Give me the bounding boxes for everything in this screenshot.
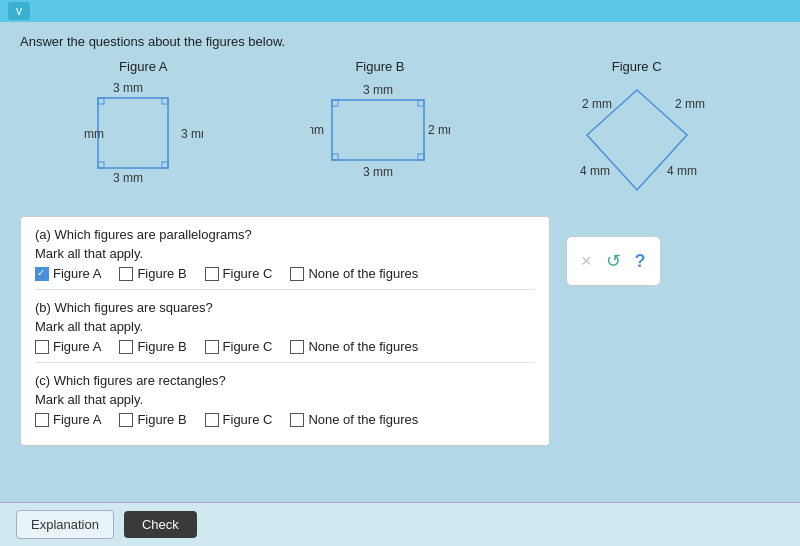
svg-rect-14 [418, 154, 424, 160]
question-a-options: Figure A Figure B Figure C None of the f… [35, 266, 535, 281]
option-b1-label: Figure A [53, 339, 101, 354]
figure-c-container: Figure C 2 mm 2 mm 4 mm 4 mm [557, 59, 717, 200]
questions-panel: (a) Which figures are parallelograms? Ma… [20, 216, 550, 446]
svg-rect-3 [162, 98, 168, 104]
figure-b-svg: 3 mm 2 mm 2 mm 3 mm [310, 80, 450, 190]
checkbox-c4[interactable] [290, 413, 304, 427]
figure-b-label: Figure B [355, 59, 404, 74]
option-a4-label: None of the figures [308, 266, 418, 281]
svg-text:4 mm: 4 mm [667, 164, 697, 178]
svg-rect-5 [162, 162, 168, 168]
option-b4-label: None of the figures [308, 339, 418, 354]
svg-text:3 mm: 3 mm [83, 127, 104, 141]
svg-text:2 mm: 2 mm [310, 123, 324, 137]
option-a2-label: Figure B [137, 266, 186, 281]
option-c2[interactable]: Figure B [119, 412, 186, 427]
chevron-button[interactable]: v [8, 2, 30, 20]
option-b3-label: Figure C [223, 339, 273, 354]
option-c1-label: Figure A [53, 412, 101, 427]
svg-rect-2 [98, 98, 104, 104]
checkbox-c3[interactable] [205, 413, 219, 427]
chevron-icon: v [16, 4, 22, 18]
svg-rect-12 [418, 100, 424, 106]
svg-rect-10 [332, 100, 424, 160]
svg-text:2 mm: 2 mm [675, 97, 705, 111]
help-button[interactable]: ? [635, 251, 646, 272]
undo-button[interactable]: ↺ [606, 250, 621, 272]
option-a4[interactable]: None of the figures [290, 266, 418, 281]
svg-rect-11 [332, 100, 338, 106]
question-a-section: (a) Which figures are parallelograms? Ma… [35, 227, 535, 290]
instruction-text: Answer the questions about the figures b… [20, 34, 780, 49]
option-c1[interactable]: Figure A [35, 412, 101, 427]
svg-rect-1 [98, 98, 168, 168]
checkbox-a3[interactable] [205, 267, 219, 281]
figure-c-svg: 2 mm 2 mm 4 mm 4 mm [557, 80, 717, 200]
svg-text:4 mm: 4 mm [580, 164, 610, 178]
figure-a-label: Figure A [119, 59, 167, 74]
option-a3[interactable]: Figure C [205, 266, 273, 281]
bottom-bar: Explanation Check [0, 502, 800, 546]
help-icon: ? [635, 251, 646, 272]
option-c3-label: Figure C [223, 412, 273, 427]
question-b-section: (b) Which figures are squares? Mark all … [35, 300, 535, 363]
option-a1-label: Figure A [53, 266, 101, 281]
x-button[interactable]: × [581, 251, 592, 272]
option-b4[interactable]: None of the figures [290, 339, 418, 354]
svg-text:3 mm: 3 mm [113, 81, 143, 95]
option-c4[interactable]: None of the figures [290, 412, 418, 427]
explanation-button[interactable]: Explanation [16, 510, 114, 539]
figures-area: Figure A 3 mm 3 mm 3 mm 3 mm Figu [20, 59, 780, 200]
question-c-section: (c) Which figures are rectangles? Mark a… [35, 373, 535, 435]
option-a3-label: Figure C [223, 266, 273, 281]
option-b3[interactable]: Figure C [205, 339, 273, 354]
checkbox-a2[interactable] [119, 267, 133, 281]
question-b-text: (b) Which figures are squares? [35, 300, 535, 315]
option-c4-label: None of the figures [308, 412, 418, 427]
figure-a-svg: 3 mm 3 mm 3 mm 3 mm [83, 80, 203, 190]
option-b1[interactable]: Figure A [35, 339, 101, 354]
svg-text:3 mm: 3 mm [113, 171, 143, 185]
checkbox-a1[interactable] [35, 267, 49, 281]
question-a-subtext: Mark all that apply. [35, 246, 535, 261]
option-b2-label: Figure B [137, 339, 186, 354]
undo-icon: ↺ [606, 250, 621, 272]
checkbox-b1[interactable] [35, 340, 49, 354]
question-c-text: (c) Which figures are rectangles? [35, 373, 535, 388]
figure-c-label: Figure C [612, 59, 662, 74]
checkbox-a4[interactable] [290, 267, 304, 281]
checkbox-b4[interactable] [290, 340, 304, 354]
side-panel: × ↺ ? [566, 236, 661, 286]
svg-rect-4 [98, 162, 104, 168]
checkbox-c2[interactable] [119, 413, 133, 427]
checkbox-b3[interactable] [205, 340, 219, 354]
option-c3[interactable]: Figure C [205, 412, 273, 427]
svg-text:3 mm: 3 mm [181, 127, 203, 141]
svg-rect-13 [332, 154, 338, 160]
option-a1[interactable]: Figure A [35, 266, 101, 281]
question-a-text: (a) Which figures are parallelograms? [35, 227, 535, 242]
svg-text:2 mm: 2 mm [582, 97, 612, 111]
checkbox-c1[interactable] [35, 413, 49, 427]
figure-a-container: Figure A 3 mm 3 mm 3 mm 3 mm [83, 59, 203, 190]
option-a2[interactable]: Figure B [119, 266, 186, 281]
question-b-subtext: Mark all that apply. [35, 319, 535, 334]
question-c-options: Figure A Figure B Figure C None of the f… [35, 412, 535, 427]
checkbox-b2[interactable] [119, 340, 133, 354]
question-b-options: Figure A Figure B Figure C None of the f… [35, 339, 535, 354]
svg-text:3 mm: 3 mm [363, 165, 393, 179]
svg-text:3 mm: 3 mm [363, 83, 393, 97]
svg-text:2 mm: 2 mm [428, 123, 450, 137]
check-button[interactable]: Check [124, 511, 197, 538]
question-c-subtext: Mark all that apply. [35, 392, 535, 407]
top-bar: v [0, 0, 800, 22]
figure-b-container: Figure B 3 mm 2 mm 2 mm 3 mm [310, 59, 450, 190]
option-b2[interactable]: Figure B [119, 339, 186, 354]
x-icon: × [581, 251, 592, 272]
option-c2-label: Figure B [137, 412, 186, 427]
